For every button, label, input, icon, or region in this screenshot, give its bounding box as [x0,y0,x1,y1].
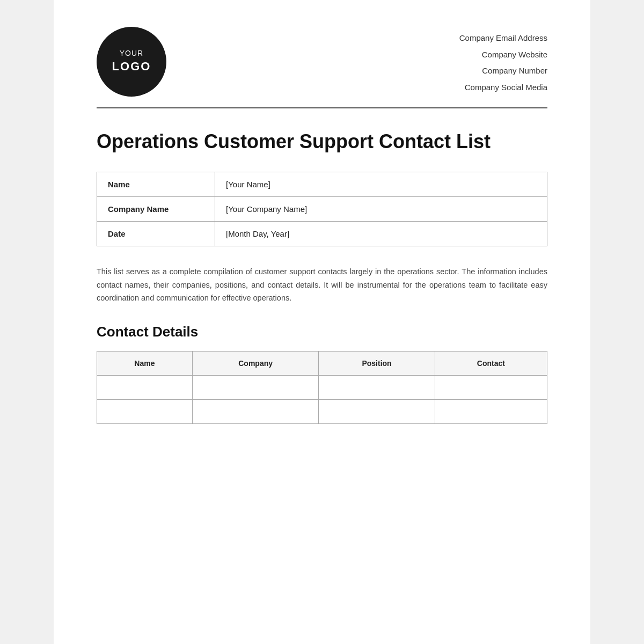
company-info-block: Company Email Address Company Website Co… [459,27,547,93]
contact-cell [192,400,319,424]
info-value: [Month Day, Year] [215,222,547,246]
page-header: YOUR LOGO Company Email Address Company … [97,27,547,97]
contact-cell [435,376,547,400]
contact-cell [319,376,435,400]
info-label: Company Name [97,197,215,222]
company-number: Company Number [459,65,547,77]
info-value: [Your Name] [215,172,547,197]
company-social: Company Social Media [459,82,547,94]
contact-table-row [97,400,547,424]
info-table-row: Name [Your Name] [97,172,547,197]
contact-cell [97,400,193,424]
contact-cell [97,376,193,400]
header-divider [97,107,547,108]
document-page: YOUR LOGO Company Email Address Company … [54,0,590,644]
document-description: This list serves as a complete compilati… [97,265,547,305]
contact-table: NameCompanyPositionContact [97,351,547,424]
contact-column-header: Contact [435,352,547,376]
contact-column-header: Position [319,352,435,376]
contact-table-row [97,376,547,400]
info-table-row: Date [Month Day, Year] [97,222,547,246]
contact-cell [435,400,547,424]
company-email: Company Email Address [459,32,547,45]
contact-column-header: Name [97,352,193,376]
contact-cell [319,400,435,424]
contact-section-title: Contact Details [97,324,547,340]
info-value: [Your Company Name] [215,197,547,222]
contact-header-row: NameCompanyPositionContact [97,352,547,376]
contact-column-header: Company [192,352,319,376]
company-logo: YOUR LOGO [97,27,166,97]
info-table-row: Company Name [Your Company Name] [97,197,547,222]
contact-cell [192,376,319,400]
info-label: Date [97,222,215,246]
company-website: Company Website [459,49,547,61]
logo-line1: YOUR [120,48,143,59]
document-title: Operations Customer Support Contact List [97,130,547,153]
info-table: Name [Your Name] Company Name [Your Comp… [97,172,547,246]
info-label: Name [97,172,215,197]
logo-line2: LOGO [112,58,151,75]
